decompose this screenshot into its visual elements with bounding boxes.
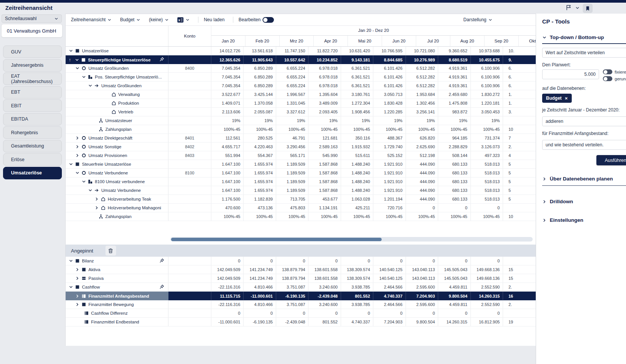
value-cell[interactable]: -11.000.601 xyxy=(211,318,244,326)
value-cell[interactable]: 6.512.282 xyxy=(406,64,438,72)
month-header-cell[interactable]: Okt 20 xyxy=(519,36,536,46)
value-cell[interactable]: 801.552 xyxy=(341,292,373,300)
value-cell[interactable]: 1.189.509 xyxy=(276,169,308,177)
value-cell[interactable]: 545.990 xyxy=(308,151,341,160)
zeitschritt-select[interactable]: addieren xyxy=(542,116,626,126)
value-cell[interactable]: 1.830.428 xyxy=(373,99,406,107)
value-cell[interactable]: -6.190.135 xyxy=(244,318,276,326)
value-cell[interactable]: 10.557.642 xyxy=(276,55,308,64)
value-cell[interactable]: 444.090 xyxy=(406,195,438,203)
value-cell[interactable]: 4.919.361 xyxy=(438,73,470,81)
table-row[interactable]: Zahlungsplan100%-45100%-45100%-45100%-45… xyxy=(66,212,536,221)
value-cell[interactable]: 6.512.282 xyxy=(406,73,438,81)
table-row[interactable]: Zahlungsplan100%-45100%-45100%-45100%-45… xyxy=(66,125,536,134)
value-cell[interactable]: 0 xyxy=(438,309,470,317)
value-cell[interactable]: 3.256.141 xyxy=(406,108,438,116)
value-cell[interactable]: 6.978.018 xyxy=(308,64,341,72)
value-cell[interactable]: 1.587.868 xyxy=(308,177,341,186)
value-cell[interactable]: 4.220.463 xyxy=(244,143,276,151)
value-cell[interactable]: 518.013 xyxy=(471,169,503,177)
value-cell[interactable]: 3.938.785 xyxy=(341,300,373,309)
table-row[interactable]: Holzverarbeitung Teak1.176.5001.182.8397… xyxy=(66,195,536,204)
value-cell[interactable]: 1.921.910 xyxy=(373,177,406,186)
value-cell[interactable]: 19% xyxy=(276,116,308,125)
value-cell[interactable]: 100%-45 xyxy=(308,125,341,133)
value-cell[interactable]: 5 xyxy=(503,177,536,186)
value-cell[interactable]: 1.729.740 xyxy=(373,143,406,151)
value-cell[interactable]: 100%-45 xyxy=(438,212,470,221)
tree-cell[interactable]: Umsatz Verbundene xyxy=(66,186,168,195)
value-cell[interactable]: 100%-45 xyxy=(438,125,470,133)
value-cell[interactable]: 6.101.426 xyxy=(373,82,406,90)
value-cell[interactable]: 0 xyxy=(244,309,276,317)
value-cell[interactable]: -6.190.135 xyxy=(276,292,308,300)
konto-cell[interactable]: 8100 xyxy=(168,169,211,177)
value-cell[interactable]: 7.045.354 xyxy=(211,64,244,72)
tree-cell[interactable]: Aktiva xyxy=(66,265,168,274)
value-cell[interactable]: 1.996.567 xyxy=(276,90,308,99)
pin-icon[interactable] xyxy=(159,57,164,63)
value-cell[interactable]: 19% xyxy=(211,116,244,125)
value-cell[interactable]: 2.093.405 xyxy=(308,108,341,116)
value-cell[interactable]: 5 xyxy=(503,195,536,203)
sidebar-item-umsatzerl-se[interactable]: Umsatzerlöse xyxy=(3,167,62,179)
value-cell[interactable]: 141.234.749 xyxy=(244,274,276,282)
tree-cell[interactable]: Finanzmittel Anfangsbestand xyxy=(66,292,168,300)
konto-cell[interactable] xyxy=(168,82,211,90)
chevron-down-icon[interactable] xyxy=(69,49,74,53)
value-cell[interactable]: 2.552.590 xyxy=(471,283,503,291)
value-cell[interactable]: 140.540.125 xyxy=(373,265,406,274)
value-cell[interactable]: 2.288.829 xyxy=(438,143,470,151)
konto-cell[interactable] xyxy=(168,186,211,195)
tree-cell[interactable]: Cashflow xyxy=(66,283,168,291)
value-cell[interactable]: 6.655.224 xyxy=(276,64,308,72)
value-cell[interactable]: 2.464.566 xyxy=(373,300,406,309)
value-cell[interactable]: 1.189.509 xyxy=(276,160,308,168)
tree-cell[interactable]: Umsatz Direktgeschäft xyxy=(66,134,168,142)
value-cell[interactable]: 3.240.600 xyxy=(308,283,341,291)
value-cell[interactable]: 1.655.974 xyxy=(244,169,276,177)
tree-cell[interactable]: Vertrieb xyxy=(66,108,168,116)
konto-cell[interactable] xyxy=(168,309,211,317)
flag-icon[interactable] xyxy=(565,4,572,13)
value-cell[interactable]: 680.133 xyxy=(438,177,470,186)
chevron-right-icon[interactable] xyxy=(94,206,100,210)
value-cell[interactable]: 10.234.852 xyxy=(308,55,341,64)
value-cell[interactable]: 0 xyxy=(276,257,308,265)
value-cell[interactable] xyxy=(503,204,536,212)
value-cell[interactable]: 100%-45 xyxy=(471,212,503,221)
table-row[interactable]: Bilanz000000000 xyxy=(66,257,536,265)
value-cell[interactable]: 6.655.224 xyxy=(276,73,308,81)
value-cell[interactable]: 100%-45 xyxy=(244,125,276,133)
value-cell[interactable]: 0 xyxy=(471,257,503,265)
table-row[interactable]: ↑Steuerpflichtige Umsatzerlöse12.365.626… xyxy=(66,55,536,64)
value-cell[interactable]: 138.309.574 xyxy=(341,265,373,274)
value-cell[interactable]: 444.090 xyxy=(406,160,438,168)
value-cell[interactable]: 6.850.289 xyxy=(244,73,276,81)
konto-cell[interactable] xyxy=(168,212,211,221)
value-cell[interactable]: 10 xyxy=(503,212,536,221)
value-cell[interactable]: 525.152 xyxy=(373,151,406,160)
tree-cell[interactable]: Umsatz Provisionen xyxy=(66,151,168,160)
tree-cell[interactable]: Finanzmittel Bewegung xyxy=(66,300,168,309)
table-row[interactable]: Vertrieb2.113.6062.055.0873.327.6122.093… xyxy=(66,108,536,116)
chevron-down-icon[interactable] xyxy=(75,66,81,71)
value-cell[interactable]: 0 xyxy=(438,204,470,212)
tree-cell[interactable]: Passiva xyxy=(66,274,168,282)
konto-cell[interactable] xyxy=(168,125,211,133)
tree-cell[interactable]: Holzverarbeitung Teak xyxy=(66,195,168,203)
value-cell[interactable]: 4.740.337 xyxy=(373,292,406,300)
value-cell[interactable]: 1.488.240 xyxy=(341,177,373,186)
chevron-down-icon[interactable] xyxy=(75,58,80,62)
value-cell[interactable]: 3.050.713 xyxy=(373,90,406,99)
table-row[interactable]: Aktiva142.049.509141.234.749138.879.7941… xyxy=(66,265,536,274)
tree-cell[interactable]: Umsatzerlöse xyxy=(66,47,168,55)
value-cell[interactable]: 19% xyxy=(471,116,503,125)
konto-cell[interactable] xyxy=(168,73,211,81)
chevron-right-icon[interactable] xyxy=(94,197,100,201)
value-cell[interactable]: 8.844.685 xyxy=(373,55,406,64)
chevron-right-icon[interactable] xyxy=(75,276,81,281)
chevron-right-icon[interactable] xyxy=(75,153,81,158)
value-cell[interactable]: -11.000.601 xyxy=(244,292,276,300)
value-cell[interactable]: 713.705 xyxy=(276,195,308,203)
